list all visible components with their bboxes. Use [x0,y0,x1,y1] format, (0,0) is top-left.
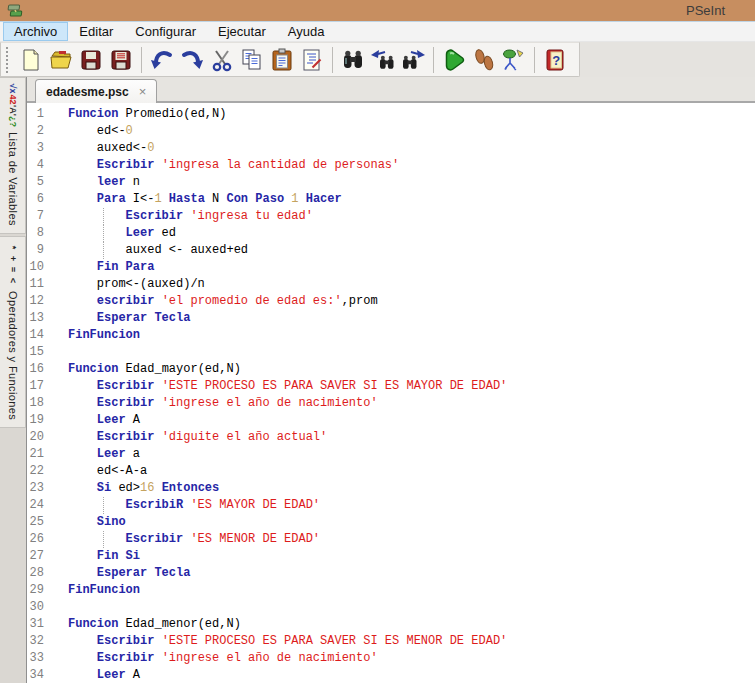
run-button[interactable] [440,46,468,74]
menu-ayuda[interactable]: Ayuda [277,22,336,41]
code-token [68,396,97,410]
toolbar: ? [0,42,580,77]
line-number: 26 [27,531,44,548]
panel-tab-label: Lista de Variables [7,132,19,226]
indent-guide [103,225,104,242]
code-token [154,294,161,308]
menu-configurar[interactable]: Configurar [124,22,207,41]
code-text: Si ed>16 Entonces [68,480,219,497]
code-line: 31Funcion Edad_menor(ed,N) [27,616,755,633]
code-text: Escribir 'ingresa tu edad' [68,208,313,225]
line-number: 14 [27,327,44,344]
run-icon [441,47,467,73]
code-text: escribir 'el promedio de edad es:',prom [68,293,378,310]
app-icon[interactable] [7,3,24,19]
panel-tab-lista-de-variables[interactable]: √x42'A'¿?Lista de Variables [0,77,26,234]
code-line: 28 Esperar Tecla [27,565,755,582]
code-token: ed<- [68,124,126,138]
panel-tab-operadores-y-funciones[interactable]: *+=<Operadores y Funciones [0,236,26,428]
fix-indent-icon [299,47,325,73]
toolbar-gripper[interactable] [6,47,11,73]
code-token [68,532,126,546]
code-token [154,379,161,393]
code-text: Para I<-1 Hasta N Con Paso 1 Hacer [68,191,342,208]
cut-button[interactable] [208,46,236,74]
line-number: 9 [27,242,44,259]
undo-button[interactable] [148,46,176,74]
code-line: 34 Leer A [27,667,755,683]
code-line: 4 Escribir 'ingresa la cantidad de perso… [27,157,755,174]
code-token [68,226,126,240]
code-token: Escribir [97,396,155,410]
code-text: Leer A [68,412,140,429]
code-token: Si [97,481,111,495]
code-token [68,566,97,580]
code-line: 22 ed<-A-a [27,463,755,480]
new-file-icon [18,47,44,73]
code-token: FinFuncion [68,583,140,597]
menu-editar[interactable]: Editar [68,22,124,41]
code-editor[interactable]: 1Funcion Promedio(ed,N)2 ed<-03 auxed<-0… [27,103,755,683]
code-token: Entonces [162,481,220,495]
line-number: 28 [27,565,44,582]
code-text: leer n [68,174,140,191]
icon-glyph: * [7,246,18,250]
code-token: A [126,413,140,427]
indent-guide [103,208,104,225]
open-file-button[interactable] [47,46,75,74]
find-prev-button[interactable] [369,46,397,74]
code-token: escribir [97,294,155,308]
code-text: EscribiR 'ES MAYOR DE EDAD' [68,497,320,514]
redo-button[interactable] [178,46,206,74]
title-bar[interactable]: PSeInt [0,0,755,22]
new-file-button[interactable] [17,46,45,74]
code-text: ed<-0 [68,123,133,140]
line-number: 1 [27,106,44,123]
icon-glyph: < [7,278,18,283]
code-token [68,549,97,563]
code-token: Esperar Tecla [97,311,191,325]
code-token [68,430,97,444]
icon-glyph: 'A' [7,105,18,116]
help-button[interactable]: ? [541,46,569,74]
document-tab[interactable]: edadesme.psc × [35,79,157,103]
line-number: 20 [27,429,44,446]
close-tab-icon[interactable]: × [139,86,147,98]
fix-indent-button[interactable] [298,46,326,74]
code-text: Escribir 'ESTE PROCESO ES PARA SAVER SI … [68,378,507,395]
line-number: 22 [27,463,44,480]
code-token: Escribir [97,634,155,648]
left-panel-tabs: √x42'A'¿?Lista de Variables*+=<Operadore… [0,77,27,683]
code-token: 'ES MENOR DE EDAD' [190,532,320,546]
code-line: 19 Leer A [27,412,755,429]
paste-button[interactable] [268,46,296,74]
code-token: Escribir [126,532,184,546]
find-button[interactable] [339,46,367,74]
code-line: 23 Si ed>16 Entonces [27,480,755,497]
find-next-button[interactable] [399,46,427,74]
draw-flowchart-button[interactable] [500,46,528,74]
code-token: Edad_mayor(ed,N) [118,362,240,376]
code-line: 27 Fin Si [27,548,755,565]
code-line: 2 ed<-0 [27,123,755,140]
save-all-button[interactable] [107,46,135,74]
code-token: prom<-(auxed)/n [68,277,205,291]
code-token: Con Paso [226,192,284,206]
code-text: Esperar Tecla [68,565,190,582]
code-line: 3 auxed<-0 [27,140,755,157]
step-run-button[interactable] [470,46,498,74]
menu-archivo[interactable]: Archivo [3,22,68,41]
code-token: Edad_menor(ed,N) [118,617,240,631]
document-tab-filename: edadesme.psc [46,85,129,99]
sidebar-filler [0,428,26,683]
code-token: Escribir [97,158,155,172]
menu-bar: ArchivoEditarConfigurarEjecutarAyuda [0,22,755,42]
save-file-button[interactable] [77,46,105,74]
menu-ejecutar[interactable]: Ejecutar [207,22,277,41]
code-token: 'ESTE PROCESO ES PARA SAVER SI ES MENOR … [162,634,508,648]
code-text: Funcion Edad_mayor(ed,N) [68,361,241,378]
code-token: Hasta [169,192,205,206]
copy-button[interactable] [238,46,266,74]
code-text: Escribir 'diguite el año actual' [68,429,327,446]
code-token: auxed <- auxed+ed [68,243,248,257]
